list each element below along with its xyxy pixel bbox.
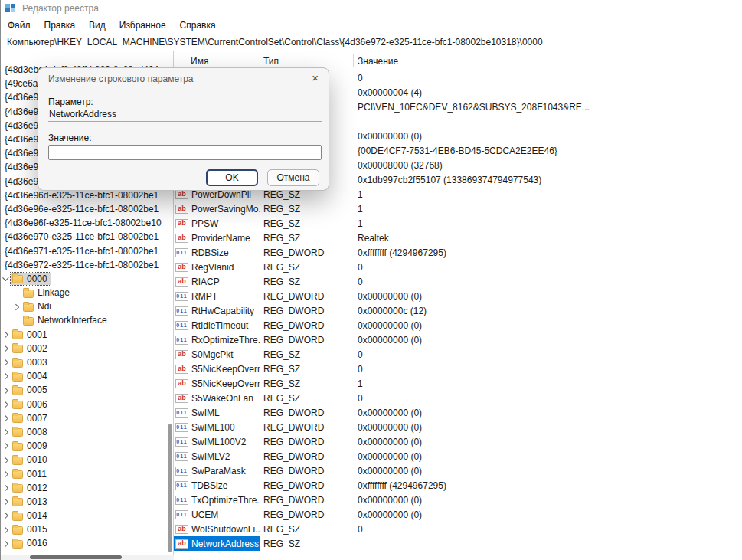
tree-item[interactable]: 0002 [1,342,174,355]
value-input[interactable] [48,145,322,160]
tree-node: {4d36e96d-e325-11ce-bfc1-08002be1 [3,189,162,201]
registry-value-row[interactable]: abRegVlanidREG_SZ0 [174,260,742,274]
close-icon[interactable]: × [312,71,319,84]
tree-item[interactable]: 0006 [1,398,174,411]
tree-item[interactable]: 0003 [1,355,174,369]
menu-item-help[interactable]: Справка [173,17,223,34]
chevron-right-icon[interactable] [2,400,11,409]
registry-value-row[interactable]: 011RxOptimizeThre...REG_DWORD0x00000000 … [174,332,742,347]
chevron-right-icon[interactable] [2,385,11,395]
registry-value-row[interactable]: 011UCEMREG_DWORD0x00000000 (0) [174,507,742,522]
chevron-right-icon[interactable] [2,330,11,339]
chevron-right-icon[interactable] [2,427,11,437]
registry-value-row[interactable]: 011SwIML100V2REG_DWORD0x00000000 (0) [174,434,742,449]
tree-item[interactable]: 0014 [1,509,174,522]
value-name: WolShutdownLi... [191,524,260,535]
registry-value-row[interactable]: abS0MgcPktREG_SZ0 [174,347,742,362]
chevron-right-icon[interactable] [2,358,11,367]
registry-value-row[interactable]: abS5WakeOnLanREG_SZ0 [174,391,742,405]
chevron-down-icon[interactable] [2,274,11,283]
menu-item-favorites[interactable]: Избранное [113,17,173,34]
registry-value-row[interactable]: abWolShutdownLi...REG_SZ0 [174,522,742,536]
value-data: 0 [353,70,742,85]
registry-value-row[interactable]: 011SwIMLV2REG_DWORD0x00000000 (0) [174,449,742,463]
chevron-right-icon[interactable] [2,497,11,506]
chevron-right-icon[interactable] [2,441,11,450]
chevron-right-icon[interactable] [2,483,11,493]
tree-item[interactable]: 0013 [1,495,174,509]
tree-item[interactable]: 0012 [1,481,174,495]
tree-item[interactable]: 0004 [1,369,174,383]
column-separator[interactable] [734,54,734,67]
registry-value-row[interactable]: 011RMPTREG_DWORD0x00000000 (0) [174,289,742,303]
chevron-right-icon[interactable] [12,302,21,311]
value-name: PPSW [191,218,218,229]
column-header-value[interactable]: Значение [358,56,398,67]
registry-value-row[interactable]: abPPSWREG_SZ1 [174,216,742,231]
column-separator[interactable] [353,54,354,67]
tree-item[interactable]: 0011 [1,467,174,480]
tree-item[interactable]: 0008 [1,425,174,439]
value-name: TxOptimizeThre... [191,495,260,506]
value-type: REG_SZ [260,260,353,274]
chevron-right-icon[interactable] [2,470,11,479]
menu-item-file[interactable]: Файл [1,17,38,34]
tree-item[interactable]: Linkage [1,286,174,300]
scrollbar-thumb[interactable] [30,555,122,559]
tree-item[interactable]: 0007 [1,411,174,425]
window-title: Редактор реестра [22,3,99,14]
chevron-right-icon[interactable] [2,455,11,464]
tree-item[interactable]: NetworkInterface [1,313,174,327]
tree-item[interactable]: Ndi [1,300,174,313]
folder-icon [12,540,23,549]
tree-node: 0005 [11,384,51,396]
tree-item[interactable]: 0016 [1,536,174,550]
column-header-name[interactable]: Имя [191,56,208,67]
registry-value-row[interactable]: abProviderNameREG_SZRealtek [174,231,742,245]
chevron-right-icon[interactable] [2,372,11,381]
value-type: REG_SZ [260,536,353,551]
menu-item-view[interactable]: Вид [82,17,113,34]
tree-item[interactable]: {4d36e972-e325-11ce-bfc1-08002be1 [1,258,174,272]
registry-value-row[interactable]: abNetworkAddressREG_SZ [174,536,742,551]
tree-vertical-scrollbar[interactable] [168,424,172,552]
tree-item[interactable]: {4d36e96f-e325-11ce-bfc1-08002be10 [1,216,174,230]
registry-value-row[interactable]: 011SwParaMaskREG_DWORD0x00000000 (0) [174,463,742,478]
chevron-right-icon[interactable] [2,414,11,423]
registry-value-row[interactable]: 011RtHwCapabilityREG_DWORD0x0000000c (12… [174,303,742,318]
registry-value-row[interactable]: 011SwIML100REG_DWORD0x00000000 (0) [174,420,742,434]
cancel-button[interactable]: Отмена [267,169,319,186]
value-name: PowerSavingMo... [191,204,260,215]
registry-value-row[interactable]: abS5NicKeepOverr...REG_SZ1 [174,376,742,391]
chevron-right-icon[interactable] [2,511,11,520]
tree-item[interactable]: {4d36e971-e325-11ce-bfc1-08002be1 [1,244,174,257]
registry-value-row[interactable]: abRIACPREG_SZ0 [174,274,742,289]
chevron-right-icon[interactable] [2,344,11,353]
registry-value-row[interactable]: 011RDBSizeREG_DWORD0xffffffff (429496729… [174,245,742,260]
tree-item[interactable]: 0009 [1,439,174,453]
tree-item[interactable]: {4d36e970-e325-11ce-bfc1-08002be1 [1,230,174,244]
tree-node: 0001 [11,329,51,341]
menu-item-edit[interactable]: Правка [38,17,83,34]
tree-node-selected: 0000 [11,273,51,285]
tree-horizontal-scrollbar[interactable] [1,555,174,560]
registry-value-row[interactable]: 011RtIdleTimeoutREG_DWORD0x00000000 (0) [174,318,742,332]
tree-item[interactable]: 0005 [1,383,174,397]
column-header-type[interactable]: Тип [263,56,279,67]
chevron-right-icon[interactable] [2,525,11,534]
registry-value-row[interactable]: 011TxOptimizeThre...REG_DWORD0x00000000 … [174,493,742,507]
ok-button[interactable]: OK [206,169,258,186]
registry-value-row[interactable]: 011TDBSizeREG_DWORD0xffffffff (429496729… [174,478,742,493]
registry-value-row[interactable]: 011SwIMLREG_DWORD0x00000000 (0) [174,405,742,420]
address-bar[interactable]: Компьютер\HKEY_LOCAL_MACHINE\SYSTEM\Curr… [1,34,742,51]
tree-item[interactable]: {4d36e96e-e325-11ce-bfc1-08002be1 [1,202,174,216]
tree-item[interactable]: 0010 [1,453,174,467]
registry-value-row[interactable]: abPowerSavingMo...REG_SZ1 [174,201,742,216]
tree-item[interactable]: 0001 [1,328,174,342]
column-separator[interactable] [260,54,260,67]
value-data: 0x00008000 (32768) [353,158,742,172]
tree-item[interactable]: 0000 [1,272,174,286]
tree-item[interactable]: 0015 [1,522,174,536]
chevron-right-icon[interactable] [2,539,11,548]
registry-value-row[interactable]: abS5NicKeepOverr...REG_SZ0 [174,362,742,376]
